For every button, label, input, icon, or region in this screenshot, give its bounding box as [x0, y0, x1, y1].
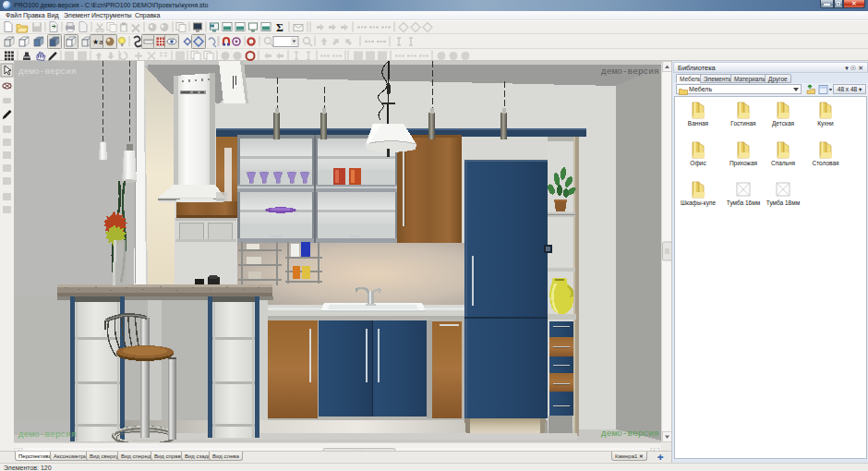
svg-text:демо-версия: демо-версия [601, 429, 659, 439]
svg-text:демо-версия: демо-версия [601, 66, 659, 77]
svg-text:★a: ★a [92, 38, 103, 46]
svg-text:Столовая: Столовая [812, 160, 839, 166]
svg-text:демо-версия: демо-версия [18, 429, 77, 440]
svg-text:Гостиная: Гостиная [730, 120, 756, 127]
svg-text:Детская: Детская [772, 120, 795, 127]
svg-text:Тумба 18мм: Тумба 18мм [766, 199, 801, 207]
svg-text:Ванная: Ванная [688, 120, 709, 127]
svg-text:Σ: Σ [276, 21, 283, 34]
svg-text:Офис: Офис [690, 160, 706, 167]
svg-text:Кухни: Кухни [817, 120, 834, 127]
svg-text:Тумба 16мм: Тумба 16мм [727, 199, 761, 207]
svg-text:демо-версия: демо-версия [18, 66, 77, 77]
svg-text:Спальня: Спальня [771, 160, 796, 166]
svg-text:Шкафы-купе: Шкафы-купе [681, 199, 716, 207]
svg-text:Прихожая: Прихожая [729, 160, 758, 167]
